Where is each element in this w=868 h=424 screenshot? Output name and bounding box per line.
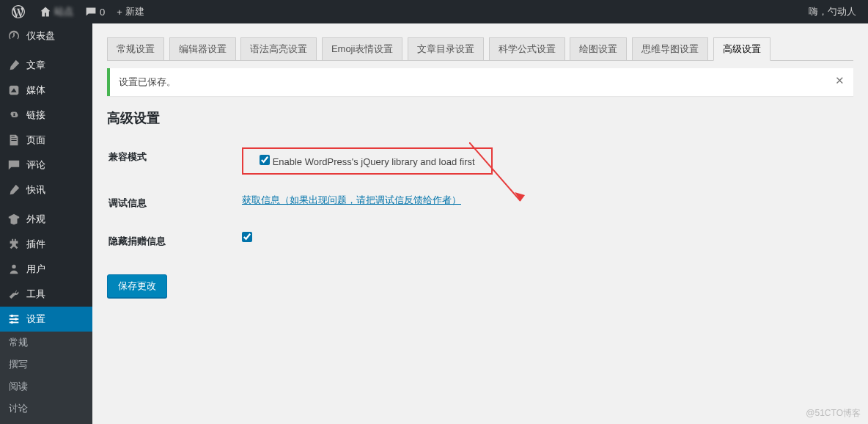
sidebar-item-label: 仪表盘 [26,29,55,43]
sidebar-item-label: 外观 [26,213,45,226]
admin-toolbar: 站点 0 + 新建 嗨，勺动人 [0,0,868,23]
compat-checkbox-label: Enable WordPress's jQuery library and lo… [273,156,475,167]
wordpress-icon [12,5,25,18]
tab-math[interactable]: 科学公式设置 [489,37,565,61]
close-icon [834,76,845,86]
sidebar-item-label: 插件 [26,238,45,251]
wp-logo[interactable] [6,0,34,23]
compat-mode-label: 兼容模式 [108,139,233,183]
tab-toc[interactable]: 文章目录设置 [408,37,484,61]
sidebar-item-label: 媒体 [26,84,45,97]
home-icon [40,6,51,18]
tab-mindmap[interactable]: 思维导图设置 [632,37,708,61]
hide-donate-checkbox[interactable] [242,232,252,242]
submenu-writing[interactable]: 撰写 [0,354,92,376]
sidebar-item-links[interactable]: 链接 [0,103,92,128]
sidebar-item-news[interactable]: 快讯 [0,178,92,202]
notice-message: 设置已保存。 [119,76,176,89]
howdy-user[interactable]: 嗨，勺动人 [803,0,862,23]
new-content-link[interactable]: + 新建 [111,0,150,23]
home-link[interactable]: 站点 [34,0,79,23]
sidebar-item-label: 评论 [26,158,45,172]
plus-icon: + [117,7,122,18]
compat-highlight-annotation: Enable WordPress's jQuery library and lo… [242,147,493,175]
svg-point-4 [11,315,14,318]
sidebar-item-comments[interactable]: 评论 [0,153,92,178]
sidebar-item-pages[interactable]: 页面 [0,128,92,153]
sidebar-item-label: 页面 [26,134,45,147]
sidebar-item-plugins[interactable]: 插件 [0,232,92,257]
debug-info-link[interactable]: 获取信息（如果出现问题，请把调试信反馈给作者） [242,194,461,205]
debug-info-label: 调试信息 [108,185,233,222]
sidebar-item-label: 快讯 [26,183,45,197]
sidebar-item-label: 工具 [26,288,45,301]
sidebar-item-users[interactable]: 用户 [0,257,92,282]
sidebar-item-media[interactable]: 媒体 [0,78,92,103]
svg-point-5 [15,318,18,321]
comments-count: 0 [100,7,105,18]
tab-general[interactable]: 常规设置 [107,37,164,61]
sidebar-item-appearance[interactable]: 外观 [0,207,92,232]
comment-icon [85,6,97,18]
tab-advanced[interactable]: 高级设置 [713,37,770,61]
comments-link[interactable]: 0 [79,0,111,23]
sidebar-item-dashboard[interactable]: 仪表盘 [0,23,92,48]
svg-point-6 [11,321,14,324]
section-title: 高级设置 [107,109,853,127]
tab-bar: 常规设置 编辑器设置 语法高亮设置 Emoji表情设置 文章目录设置 科学公式设… [107,31,853,61]
sidebar-item-posts[interactable]: 文章 [0,53,92,78]
sidebar-item-label: 文章 [26,59,45,72]
tab-emoji[interactable]: Emoji表情设置 [322,37,403,61]
settings-submenu: 常规 撰写 阅读 讨论 媒体 固定链接 隐私 Akismet Anti-Spam… [0,332,92,424]
sidebar-item-label: 用户 [26,263,45,276]
tab-syntax[interactable]: 语法高亮设置 [240,37,317,61]
new-label: 新建 [125,5,144,18]
submenu-discussion[interactable]: 讨论 [0,398,92,420]
hide-donate-label: 隐藏捐赠信息 [108,223,233,260]
sidebar-item-settings[interactable]: 设置 [0,307,92,332]
site-name: 站点 [54,5,73,18]
admin-sidebar: 仪表盘 文章 媒体 链接 页面 评论 快讯 外观 [0,23,92,424]
svg-point-0 [12,265,15,268]
sidebar-item-label: 设置 [26,312,45,326]
howdy-text: 嗨，勺动人 [809,5,856,18]
save-button[interactable]: 保存更改 [107,274,167,298]
tab-editor[interactable]: 编辑器设置 [169,37,236,61]
settings-form: 兼容模式 Enable WordPress's jQuery library a… [107,137,853,261]
sidebar-item-tools[interactable]: 工具 [0,282,92,307]
tab-diagram[interactable]: 绘图设置 [570,37,627,61]
notice-dismiss-button[interactable] [834,76,845,89]
compat-checkbox[interactable] [260,155,270,165]
submenu-media[interactable]: 媒体 [0,420,92,424]
submenu-general[interactable]: 常规 [0,332,92,354]
settings-saved-notice: 设置已保存。 [107,68,853,96]
sidebar-item-label: 链接 [26,109,45,122]
compat-checkbox-wrapper[interactable]: Enable WordPress's jQuery library and lo… [260,156,475,167]
watermark: @51CTO博客 [806,407,861,420]
submenu-reading[interactable]: 阅读 [0,376,92,398]
